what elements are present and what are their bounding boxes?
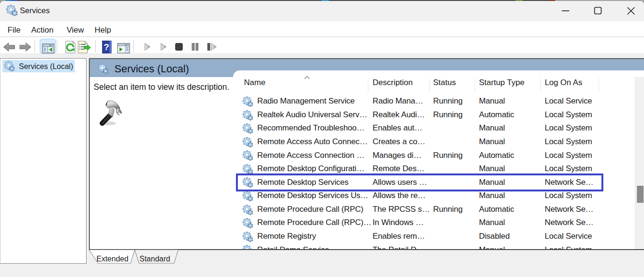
svg-text:?: ? <box>104 42 109 52</box>
